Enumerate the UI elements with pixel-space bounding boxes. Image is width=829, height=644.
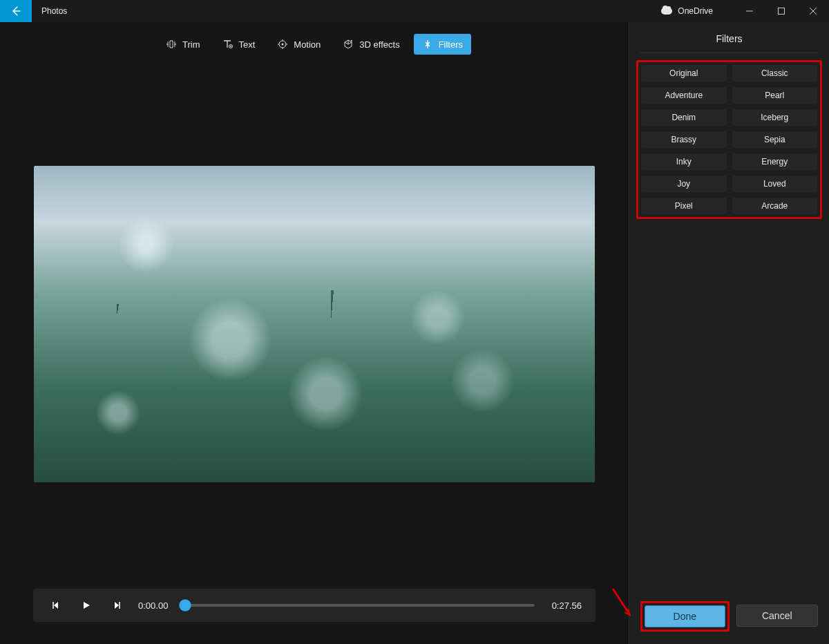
filter-label-inky: Inky xyxy=(641,153,727,170)
filters-icon xyxy=(422,39,433,50)
filter-label-original: Original xyxy=(641,65,727,82)
3d-effects-tool[interactable]: 3D effects xyxy=(334,34,408,55)
filter-item-brassy[interactable]: Brassy xyxy=(641,131,727,148)
filter-item-original[interactable]: Original xyxy=(641,65,727,82)
filter-label-energy: Energy xyxy=(732,153,818,170)
filter-item-inky[interactable]: Inky xyxy=(641,153,727,170)
filter-item-loved[interactable]: Loved xyxy=(732,176,818,192)
3d-effects-icon xyxy=(343,39,354,50)
panel-title: Filters xyxy=(629,22,829,53)
close-icon xyxy=(810,8,817,15)
motion-tool[interactable]: Motion xyxy=(269,34,329,55)
motion-label: Motion xyxy=(294,39,321,50)
back-arrow-icon xyxy=(10,6,21,17)
filter-label-joy: Joy xyxy=(641,176,727,192)
filter-item-denim[interactable]: Denim xyxy=(641,109,727,126)
cancel-button[interactable]: Cancel xyxy=(736,605,819,627)
filter-label-brassy: Brassy xyxy=(641,131,727,148)
filter-label-adventure: Adventure xyxy=(641,87,727,104)
app-title: Photos xyxy=(32,0,661,22)
next-frame-icon xyxy=(112,600,122,610)
svg-rect-0 xyxy=(779,8,785,15)
svg-point-4 xyxy=(351,40,352,41)
minimize-button[interactable] xyxy=(734,0,765,22)
filters-grid: OriginalClassicAdventurePearlDenimIceber… xyxy=(636,60,822,219)
filter-label-sepia: Sepia xyxy=(732,131,818,148)
panel-divider xyxy=(640,53,818,53)
next-frame-button[interactable] xyxy=(108,596,126,614)
maximize-icon xyxy=(778,8,785,15)
done-annotation-box: Done xyxy=(640,601,730,632)
previous-frame-button[interactable] xyxy=(47,596,65,614)
text-tool[interactable]: Text xyxy=(213,34,263,55)
filter-label-iceberg: Iceberg xyxy=(732,109,818,126)
seek-handle[interactable] xyxy=(180,600,191,611)
trim-icon xyxy=(166,39,177,50)
play-icon xyxy=(82,600,91,610)
text-icon xyxy=(222,39,233,50)
svg-point-3 xyxy=(282,44,284,46)
svg-point-5 xyxy=(426,44,428,46)
filter-label-arcade: Arcade xyxy=(732,198,818,214)
playback-bar: 0:00.00 0:27.56 xyxy=(33,589,595,622)
filter-item-adventure[interactable]: Adventure xyxy=(641,87,727,104)
filter-item-pixel[interactable]: Pixel xyxy=(641,198,727,214)
filter-label-pearl: Pearl xyxy=(732,87,818,104)
trim-tool[interactable]: Trim xyxy=(158,34,209,55)
filter-label-denim: Denim xyxy=(641,109,727,126)
play-button[interactable] xyxy=(77,596,95,614)
filter-label-loved: Loved xyxy=(732,176,818,192)
filter-item-iceberg[interactable]: Iceberg xyxy=(732,109,818,126)
filter-item-energy[interactable]: Energy xyxy=(732,153,818,170)
motion-icon xyxy=(277,39,288,50)
filter-item-sepia[interactable]: Sepia xyxy=(732,131,818,148)
title-bar: Photos OneDrive xyxy=(0,0,829,22)
onedrive-label[interactable]: OneDrive xyxy=(661,0,734,22)
edit-toolbar: Trim Text Motion 3D effects Filters xyxy=(0,22,629,66)
onedrive-text: OneDrive xyxy=(678,6,713,16)
filter-label-classic: Classic xyxy=(732,65,818,82)
done-button[interactable]: Done xyxy=(645,605,725,627)
trim-label: Trim xyxy=(182,39,200,50)
current-time: 0:00.00 xyxy=(138,600,173,611)
filter-item-arcade[interactable]: Arcade xyxy=(732,198,818,214)
filters-tool[interactable]: Filters xyxy=(414,34,471,55)
total-time: 0:27.56 xyxy=(547,600,582,611)
seek-slider[interactable] xyxy=(185,604,535,607)
maximize-button[interactable] xyxy=(765,0,797,22)
previous-frame-icon xyxy=(51,600,61,610)
text-label: Text xyxy=(238,39,255,50)
back-button[interactable] xyxy=(0,0,32,22)
filter-item-pearl[interactable]: Pearl xyxy=(732,87,818,104)
cloud-icon xyxy=(661,8,672,15)
3d-effects-label: 3D effects xyxy=(359,39,399,50)
filter-item-joy[interactable]: Joy xyxy=(641,176,727,192)
filter-item-classic[interactable]: Classic xyxy=(732,65,818,82)
minimize-icon xyxy=(746,8,753,15)
filters-label: Filters xyxy=(439,39,463,50)
video-preview[interactable] xyxy=(34,166,595,482)
close-button[interactable] xyxy=(797,0,829,22)
filter-label-pixel: Pixel xyxy=(641,198,727,214)
